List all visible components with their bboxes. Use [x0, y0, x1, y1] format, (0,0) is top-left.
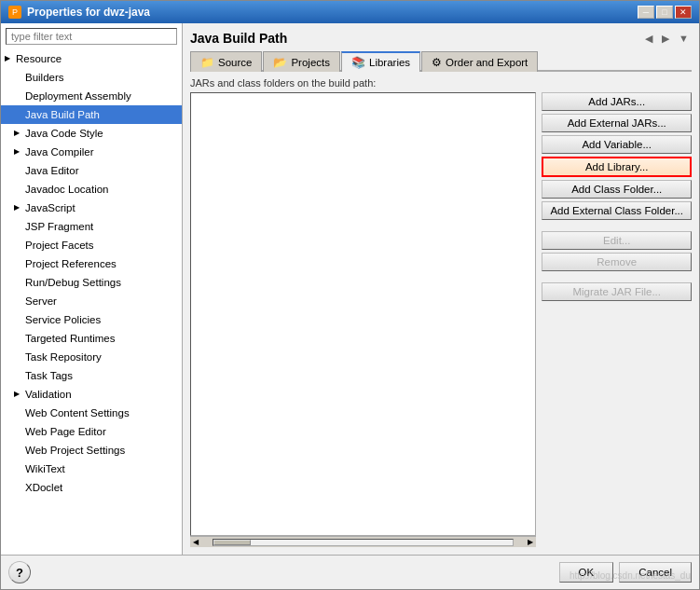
migrate-jar-button[interactable]: Migrate JAR File...	[542, 282, 692, 301]
add-variable-button[interactable]: Add Variable...	[542, 135, 692, 154]
sidebar-tree: ▶ResourceBuildersDeployment AssemblyJava…	[1, 49, 182, 555]
add-external-jars-button[interactable]: Add External JARs...	[542, 114, 692, 132]
right-panel: Java Build Path ◀ ▶ ▼ 📁Source📂Projects📚L…	[183, 23, 699, 555]
tab-source[interactable]: 📁Source	[190, 51, 262, 72]
sidebar-item-label: JSP Fragment	[25, 218, 93, 235]
sidebar-item-label: Targeted Runtimes	[25, 330, 116, 347]
sidebar-item-label: Run/Debug Settings	[25, 274, 121, 291]
sidebar-item-label: Javadoc Location	[25, 181, 109, 198]
expand-arrow: ▶	[14, 125, 23, 142]
add-jars-button[interactable]: Add JARs...	[542, 92, 692, 111]
sidebar-item-resource[interactable]: ▶Resource	[1, 49, 182, 68]
sidebar-item-javadoc-location[interactable]: Javadoc Location	[1, 180, 182, 199]
title-bar: P Properties for dwz-java ─ □ ✕	[1, 1, 699, 23]
buttons-panel: Add JARs... Add External JARs... Add Var…	[542, 92, 692, 547]
sidebar-item-label: Service Policies	[25, 311, 101, 328]
sidebar-item-project-references[interactable]: Project References	[1, 254, 182, 273]
sidebar-item-label: Java Editor	[25, 162, 79, 179]
content-area: ◀ ▶ Add JARs... Add External JARs... Add…	[190, 92, 692, 547]
sidebar-item-label: Resource	[16, 50, 62, 67]
sidebar-item-validation[interactable]: ▶Validation	[1, 385, 182, 404]
window-icon: P	[8, 6, 21, 19]
list-description: JARs and class folders on the build path…	[190, 77, 692, 89]
sidebar-item-label: JavaScript	[25, 199, 75, 216]
sidebar-item-web-project-settings[interactable]: Web Project Settings	[1, 441, 182, 460]
tab-label: Libraries	[369, 57, 410, 68]
add-class-folder-button[interactable]: Add Class Folder...	[542, 180, 692, 199]
help-button[interactable]: ?	[8, 561, 31, 583]
main-content: ▶ResourceBuildersDeployment AssemblyJava…	[1, 23, 699, 555]
sidebar-item-label: Deployment Assembly	[25, 88, 131, 104]
scrollbar-track	[213, 539, 514, 546]
sidebar-item-server[interactable]: Server	[1, 292, 182, 310]
edit-button[interactable]: Edit...	[542, 231, 692, 250]
sidebar-item-service-policies[interactable]: Service Policies	[1, 310, 182, 329]
sidebar-item-java-compiler[interactable]: ▶Java Compiler	[1, 143, 182, 161]
separator1	[542, 223, 692, 228]
dropdown-arrow[interactable]: ▼	[676, 32, 692, 45]
sidebar-item-run/debug-settings[interactable]: Run/Debug Settings	[1, 273, 182, 292]
tab-icon-projects: 📂	[273, 56, 287, 69]
expand-arrow: ▶	[14, 386, 23, 403]
horizontal-scrollbar[interactable]: ◀ ▶	[190, 536, 536, 547]
close-button[interactable]: ✕	[675, 6, 692, 19]
tab-label: Order and Export	[446, 57, 528, 68]
expand-arrow: ▶	[14, 144, 23, 160]
tab-icon-order and export: ⚙	[432, 56, 442, 69]
sidebar: ▶ResourceBuildersDeployment AssemblyJava…	[1, 23, 183, 555]
remove-button[interactable]: Remove	[542, 253, 692, 271]
sidebar-item-label: Java Compiler	[25, 144, 94, 160]
add-external-class-folder-button[interactable]: Add External Class Folder...	[542, 201, 692, 220]
scrollbar-thumb[interactable]	[213, 540, 251, 545]
sidebar-item-jsp-fragment[interactable]: JSP Fragment	[1, 217, 182, 236]
panel-title: Java Build Path	[190, 31, 287, 46]
sidebar-item-label: WikiText	[25, 460, 65, 477]
sidebar-item-label: Task Repository	[25, 349, 102, 365]
sidebar-item-web-page-editor[interactable]: Web Page Editor	[1, 422, 182, 441]
sidebar-item-label: Java Code Style	[25, 125, 103, 142]
sidebar-item-label: Project Facets	[25, 237, 94, 254]
sidebar-item-java-code-style[interactable]: ▶Java Code Style	[1, 124, 182, 143]
tab-projects[interactable]: 📂Projects	[263, 51, 340, 72]
expand-arrow: ▶	[14, 199, 23, 216]
sidebar-item-task-repository[interactable]: Task Repository	[1, 348, 182, 366]
sidebar-item-label: Web Content Settings	[25, 405, 130, 421]
tab-libraries[interactable]: 📚Libraries	[341, 51, 420, 72]
sidebar-item-targeted-runtimes[interactable]: Targeted Runtimes	[1, 329, 182, 348]
sidebar-item-xdoclet[interactable]: XDoclet	[1, 478, 182, 497]
maximize-button[interactable]: □	[656, 6, 673, 19]
sidebar-item-java-editor[interactable]: Java Editor	[1, 161, 182, 180]
sidebar-item-task-tags[interactable]: Task Tags	[1, 366, 182, 385]
add-library-button[interactable]: Add Library...	[542, 157, 692, 177]
sidebar-item-javascript[interactable]: ▶JavaScript	[1, 199, 182, 217]
panel-header: Java Build Path ◀ ▶ ▼	[190, 31, 692, 46]
tab-icon-libraries: 📚	[351, 56, 365, 69]
sidebar-item-label: Validation	[25, 386, 72, 403]
list-wrapper: ◀ ▶	[190, 92, 536, 547]
tab-order-and-export[interactable]: ⚙Order and Export	[421, 51, 538, 72]
sidebar-item-web-content-settings[interactable]: Web Content Settings	[1, 404, 182, 422]
sidebar-item-builders[interactable]: Builders	[1, 68, 182, 87]
sidebar-item-label: Project References	[25, 255, 117, 272]
window-title: Properties for dwz-java	[27, 6, 150, 19]
scroll-right[interactable]: ▶	[525, 538, 536, 546]
sidebar-item-label: Task Tags	[25, 367, 73, 384]
sidebar-item-label: Java Build Path	[25, 106, 100, 123]
tabs-row: 📁Source📂Projects📚Libraries⚙Order and Exp…	[190, 51, 692, 72]
sidebar-item-java-build-path[interactable]: Java Build Path	[1, 105, 182, 124]
tab-label: Projects	[291, 57, 330, 68]
tab-icon-source: 📁	[200, 56, 214, 69]
sidebar-item-label: Server	[25, 293, 57, 309]
sidebar-item-deployment-assembly[interactable]: Deployment Assembly	[1, 87, 182, 105]
sidebar-item-wikitext[interactable]: WikiText	[1, 460, 182, 478]
filter-input[interactable]	[6, 28, 177, 45]
jar-list[interactable]	[190, 92, 536, 536]
back-arrow[interactable]: ◀	[642, 32, 655, 46]
tab-label: Source	[218, 57, 252, 68]
watermark: http://blog.csdn.net/lestas_du	[570, 570, 691, 581]
minimize-button[interactable]: ─	[638, 6, 654, 19]
sidebar-item-label: Web Project Settings	[25, 442, 125, 459]
forward-arrow[interactable]: ▶	[659, 32, 672, 46]
scroll-left[interactable]: ◀	[190, 538, 201, 546]
sidebar-item-project-facets[interactable]: Project Facets	[1, 236, 182, 254]
